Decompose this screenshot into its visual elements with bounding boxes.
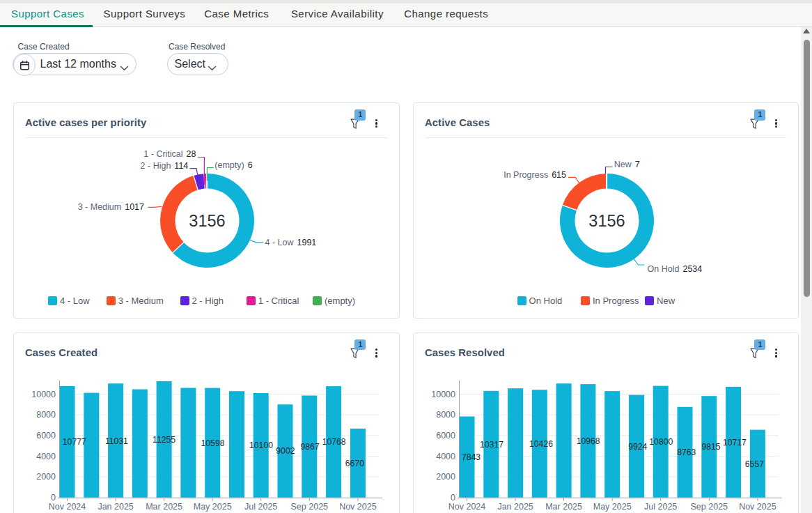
svg-text:2 - High114: 2 - High114	[141, 161, 189, 171]
svg-text:3 - Medium1017: 3 - Medium1017	[78, 202, 144, 212]
svg-text:10100: 10100	[249, 441, 273, 450]
svg-text:2000: 2000	[436, 472, 455, 482]
svg-text:9002: 9002	[276, 446, 295, 456]
svg-text:4000: 4000	[36, 451, 56, 461]
svg-text:9867: 9867	[300, 441, 319, 451]
svg-text:10000: 10000	[31, 389, 56, 399]
svg-text:Sep 2025: Sep 2025	[291, 502, 329, 512]
svg-text:1 - Critical28: 1 - Critical28	[143, 149, 196, 159]
svg-text:8000: 8000	[36, 410, 56, 420]
svg-text:3156: 3156	[189, 212, 225, 230]
svg-text:0: 0	[451, 492, 455, 502]
svg-text:4 - Low1991: 4 - Low1991	[265, 238, 317, 247]
svg-text:9815: 9815	[701, 442, 720, 452]
svg-text:6000: 6000	[36, 430, 56, 440]
svg-text:Nov 2025: Nov 2025	[739, 502, 776, 512]
svg-text:Jan 2025: Jan 2025	[497, 502, 533, 512]
svg-text:8763: 8763	[677, 447, 696, 457]
svg-text:10317: 10317	[480, 439, 503, 449]
svg-text:6000: 6000	[436, 430, 455, 440]
svg-text:11031: 11031	[105, 436, 128, 446]
svg-text:Nov 2024: Nov 2024	[448, 502, 486, 512]
svg-text:10968: 10968	[577, 436, 600, 445]
svg-text:10598: 10598	[201, 438, 225, 447]
svg-text:10777: 10777	[63, 437, 86, 447]
svg-text:10800: 10800	[649, 437, 673, 447]
svg-text:8000: 8000	[436, 410, 455, 420]
svg-text:9924: 9924	[628, 441, 647, 451]
svg-text:Jan 2025: Jan 2025	[97, 502, 133, 512]
svg-text:Nov 2024: Nov 2024	[49, 502, 86, 512]
svg-text:On Hold2534: On Hold2534	[648, 264, 703, 274]
svg-text:6557: 6557	[745, 459, 764, 468]
svg-text:0: 0	[51, 492, 56, 502]
svg-text:3156: 3156	[588, 212, 625, 230]
svg-text:Jul 2025: Jul 2025	[644, 502, 677, 512]
svg-text:11255: 11255	[153, 434, 175, 444]
svg-text:May 2025: May 2025	[194, 502, 232, 512]
svg-text:(empty)6: (empty)6	[214, 160, 252, 170]
svg-text:10000: 10000	[431, 389, 455, 399]
svg-text:7843: 7843	[462, 452, 481, 461]
svg-text:Mar 2025: Mar 2025	[146, 502, 182, 512]
svg-text:10426: 10426	[529, 438, 553, 448]
svg-text:May 2025: May 2025	[593, 502, 632, 512]
svg-text:Sep 2025: Sep 2025	[691, 502, 728, 512]
svg-text:10768: 10768	[322, 437, 346, 447]
svg-text:2000: 2000	[36, 472, 56, 482]
svg-text:Nov 2025: Nov 2025	[339, 502, 377, 512]
svg-text:10717: 10717	[723, 437, 747, 447]
svg-text:In Progress615: In Progress615	[503, 170, 566, 180]
svg-text:Jul 2025: Jul 2025	[244, 502, 277, 512]
svg-text:6670: 6670	[345, 458, 364, 468]
svg-text:New7: New7	[614, 160, 640, 169]
svg-text:Mar 2025: Mar 2025	[545, 502, 582, 512]
svg-text:4000: 4000	[436, 451, 455, 461]
